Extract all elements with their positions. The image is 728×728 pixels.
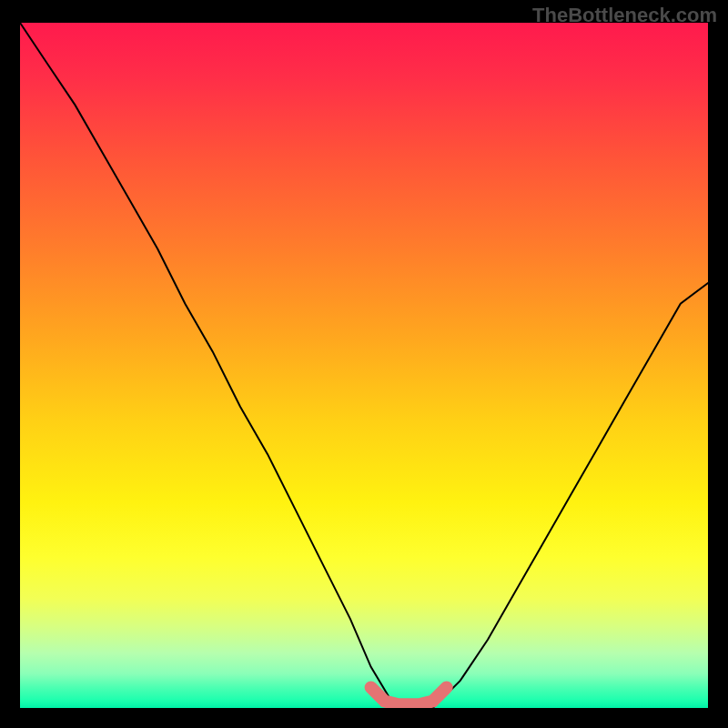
chart-svg (20, 23, 708, 708)
optimal-band-path (371, 687, 447, 704)
bottleneck-curve-path (20, 23, 708, 708)
watermark-text: TheBottleneck.com (532, 4, 717, 27)
chart-plot-area (20, 23, 708, 708)
